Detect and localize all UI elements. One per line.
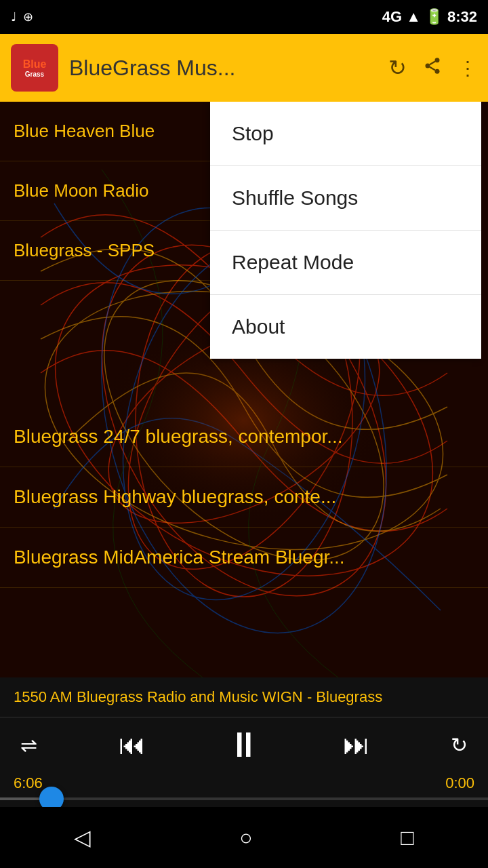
player-bar: 1550 AM Bluegrass Radio and Music WIGN -… [0,677,488,807]
svg-point-2 [435,68,440,73]
now-playing-text: 1550 AM Bluegrass Radio and Music WIGN -… [0,677,488,717]
status-bar: ♩ ⊕ 4G ▲ 🔋 8:32 [0,0,488,34]
next-button[interactable]: ⏭ [343,730,370,760]
status-right-info: 4G ▲ 🔋 8:32 [382,8,477,26]
svg-point-0 [435,58,440,62]
time-row: 6:06 0:00 [0,772,488,797]
player-controls: ⇌ ⏮ ⏸ ⏭ ↻ [0,717,488,772]
recent-apps-button[interactable]: □ [401,825,413,850]
status-left-icons: ♩ ⊕ [11,9,33,24]
nav-bar: ◁ ○ □ [0,807,488,868]
app-title: BlueGrass Mus... [69,56,383,81]
background-content: Blue Heaven Blue Blue Moon Radio Bluegra… [0,102,488,739]
more-options-icon[interactable]: ⋮ [458,57,477,79]
pause-button[interactable]: ⏸ [226,724,262,765]
toolbar-actions: ↻ ⋮ [388,55,477,81]
android-icon: ⊕ [23,9,33,24]
share-icon[interactable] [423,56,442,80]
progress-track[interactable] [0,797,488,800]
svg-line-4 [430,61,435,64]
menu-item-repeat[interactable]: Repeat Mode [210,231,481,295]
battery-icon: 🔋 [425,8,443,26]
svg-point-1 [426,63,430,68]
music-note-icon: ♩ [11,9,16,24]
menu-item-about[interactable]: About [210,295,481,359]
refresh-icon[interactable]: ↻ [388,55,407,81]
song-item-4[interactable]: Bluegrass 24/7 bluegrass, contempor... [0,407,488,467]
song-item-2[interactable]: Blue Moon Radio [0,161,210,221]
song-item-3[interactable]: Bluegrass - SPPS [0,221,210,281]
logo-inner: Blue Grass [11,44,58,92]
repeat-control-icon[interactable]: ↻ [451,733,468,757]
song-item-5[interactable]: Bluegrass Highway bluegrass, conte... [0,467,488,528]
shuffle-control-icon[interactable]: ⇌ [20,733,37,757]
prev-button[interactable]: ⏮ [119,730,146,760]
signal-icon: ▲ [406,8,421,26]
toolbar: Blue Grass BlueGrass Mus... ↻ ⋮ [0,34,488,102]
context-menu: Stop Shuffle Songs Repeat Mode About [210,102,481,359]
song-item-6[interactable]: Bluegrass MidAmerica Stream Bluegr... [0,528,488,588]
menu-item-stop[interactable]: Stop [210,102,481,166]
time-elapsed: 6:06 [14,774,43,792]
app-logo: Blue Grass [11,44,58,92]
song-item-1[interactable]: Blue Heaven Blue [0,102,210,161]
network-label: 4G [382,8,402,26]
back-button[interactable]: ◁ [74,825,91,850]
menu-item-shuffle[interactable]: Shuffle Songs [210,166,481,231]
svg-line-3 [430,66,435,70]
time-remaining: 0:00 [445,774,474,792]
progress-bar-container[interactable]: 6:06 0:00 [0,772,488,807]
song-list-full: Bluegrass 24/7 bluegrass, contempor... B… [0,407,488,588]
home-button[interactable]: ○ [239,825,252,850]
time-label: 8:32 [447,8,477,26]
